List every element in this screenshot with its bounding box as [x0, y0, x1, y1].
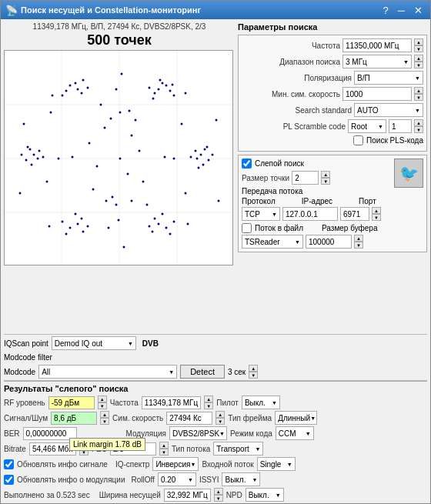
svg-point-61	[135, 119, 137, 122]
iqscan-dropdown[interactable]: Demod IQ out ▼	[52, 336, 136, 350]
svg-point-87	[218, 200, 220, 202]
buf-up[interactable]: ▲	[354, 235, 363, 242]
sec-down[interactable]: ▼	[249, 372, 258, 379]
detect-button[interactable]: Detect	[180, 365, 225, 379]
fq-down[interactable]: ▼	[204, 402, 213, 409]
minimize-button[interactable]: ─	[395, 5, 408, 15]
blind-checkbox[interactable]	[242, 159, 252, 169]
svg-point-19	[208, 159, 210, 162]
main-content: 11349,178 МГц, В/П, 27494 Кс, DVBS2/8PSK…	[1, 19, 430, 332]
svg-point-63	[142, 181, 145, 183]
svg-point-48	[31, 164, 33, 166]
pointsize-input[interactable]	[292, 171, 319, 185]
stream-dropdown[interactable]: Transport ▼	[213, 442, 263, 456]
constellation-info: 11349,178 МГц, В/П, 27494 Кс, DVBS2/8PSK…	[4, 22, 235, 31]
range-dropdown[interactable]: 3 МГц ▼	[342, 55, 412, 68]
stream-val: Transport	[216, 445, 249, 453]
port-up[interactable]: ▲	[372, 207, 381, 214]
update-mod-checkbox[interactable]	[4, 475, 14, 485]
frame-dropdown[interactable]: Длинный ▼	[275, 411, 317, 425]
issyi-dropdown[interactable]: Выкл. ▼	[222, 472, 260, 486]
npd-label: NPD	[226, 491, 242, 499]
buf-down[interactable]: ▼	[354, 242, 363, 249]
input-arrow: ▼	[287, 462, 292, 467]
file-row: Поток в файл Размер буфера	[242, 223, 381, 233]
input-dropdown[interactable]: Single ▼	[257, 457, 296, 471]
rf-label: RF уровень	[4, 399, 45, 407]
port-down[interactable]: ▼	[372, 214, 381, 221]
ps-up[interactable]: ▲	[321, 171, 330, 178]
title-bar: 📡 Поиск несущей и Constellation-монитори…	[1, 1, 430, 19]
proto-dropdown[interactable]: TCP ▼	[242, 207, 280, 221]
frequency-row: Частота ▲ ▼	[242, 38, 423, 52]
minsym-label: Мин. сим. скорость	[272, 90, 340, 98]
svg-point-21	[212, 154, 214, 156]
svg-point-14	[152, 98, 155, 100]
port-input[interactable]	[340, 207, 369, 221]
range-down[interactable]: ▼	[414, 62, 423, 68]
range-up[interactable]: ▲	[414, 55, 423, 62]
svg-point-66	[89, 142, 91, 145]
svg-point-11	[149, 87, 151, 89]
sec-up[interactable]: ▲	[249, 365, 258, 372]
port-spin: ▲ ▼	[372, 207, 381, 221]
svg-point-71	[108, 227, 110, 229]
fec-down[interactable]: ▼	[159, 449, 169, 456]
issyi-label: ISSYI	[199, 476, 219, 484]
pls-down[interactable]: ▼	[414, 126, 423, 133]
iq-dropdown[interactable]: Инверсия ▼	[152, 457, 199, 471]
npd-arrow: ▼	[276, 492, 281, 498]
plscramble-dropdown1[interactable]: Root ▼	[348, 119, 386, 133]
ip-header: IP-адрес	[302, 197, 332, 205]
time-label: Выполнено за 0.523 sec	[4, 491, 90, 499]
mod-dropdown[interactable]: DVBS2/8PSK ▼	[169, 426, 227, 440]
sy-up[interactable]: ▲	[216, 411, 225, 418]
svg-point-44	[37, 158, 39, 160]
buffer-input[interactable]	[306, 235, 352, 249]
rolloff-dropdown[interactable]: 0.20 ▼	[158, 472, 196, 486]
ip-input[interactable]	[282, 207, 338, 221]
mod-arrow: ▼	[219, 431, 225, 436]
searchstd-dropdown[interactable]: AUTO ▼	[354, 103, 423, 117]
bw-up[interactable]: ▲	[214, 488, 223, 495]
close-button[interactable]: ✕	[411, 5, 426, 15]
bw-down[interactable]: ▼	[214, 495, 223, 502]
range-arrow: ▼	[403, 59, 409, 65]
ps-down[interactable]: ▼	[321, 178, 330, 185]
tsreader-dropdown[interactable]: TSReader ▼	[242, 235, 303, 249]
svg-point-29	[169, 233, 172, 235]
modcode-val: All	[42, 368, 50, 376]
minsym-up[interactable]: ▲	[414, 87, 423, 94]
pol-dropdown[interactable]: В/П ▼	[354, 71, 423, 85]
pls-up[interactable]: ▲	[414, 119, 423, 126]
rf-down[interactable]: ▼	[98, 402, 107, 409]
rolloff-val: 0.20	[161, 476, 175, 484]
sy-down[interactable]: ▼	[216, 418, 225, 425]
plscode-checkbox[interactable]	[353, 135, 363, 145]
pilot-dropdown[interactable]: Выкл. ▼	[242, 396, 280, 409]
coderate-dropdown[interactable]: CCM ▼	[276, 426, 314, 440]
plscramble-spin: ▲ ▼	[414, 119, 423, 133]
range-label: Диапазон поиска	[279, 58, 340, 66]
sn-down[interactable]: ▼	[100, 418, 109, 425]
svg-point-94	[119, 158, 122, 160]
minsym-input[interactable]	[342, 87, 412, 101]
npd-dropdown[interactable]: Выкл. ▼	[246, 488, 284, 502]
fec-up[interactable]: ▲	[159, 442, 169, 449]
freq-down[interactable]: ▼	[414, 45, 423, 52]
fq-up[interactable]: ▲	[204, 396, 213, 402]
sn-up[interactable]: ▲	[100, 411, 109, 418]
frequency-input[interactable]	[342, 38, 412, 52]
help-button[interactable]: ?	[380, 5, 392, 15]
minsym-down[interactable]: ▼	[414, 94, 423, 101]
modcode-dropdown[interactable]: All ▼	[38, 365, 177, 379]
update-signal-checkbox[interactable]	[4, 459, 14, 469]
rf-up[interactable]: ▲	[98, 396, 107, 402]
freq-up[interactable]: ▲	[414, 38, 423, 45]
plscramble-input[interactable]	[389, 119, 412, 133]
file-checkbox[interactable]	[242, 223, 252, 233]
res-row4: Bitrate 54,466 Мби ▲ ▼ FEC 2/3 ▲ ▼ Тип п…	[4, 442, 427, 456]
frequency-label: Частота	[312, 42, 340, 50]
svg-point-55	[75, 82, 77, 85]
svg-point-72	[92, 189, 95, 191]
